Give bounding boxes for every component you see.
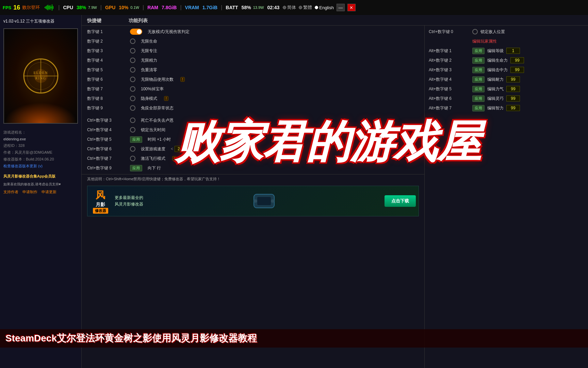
- lang-dot-english: [315, 6, 318, 9]
- svg-rect-8: [257, 197, 271, 205]
- speed-right[interactable]: >: [188, 147, 190, 151]
- edit-val-a5[interactable]: 99: [506, 86, 520, 92]
- edit-player-link[interactable]: 编辑玩家属性: [472, 39, 497, 44]
- cheat-name-5: 负重清零: [141, 67, 157, 73]
- right-key-a5: Alt+数字键 5: [429, 86, 470, 92]
- submit-update-link[interactable]: 申请更新: [42, 189, 56, 195]
- edit-val-a1[interactable]: 1: [506, 48, 520, 54]
- apply-a7[interactable]: 应用: [472, 105, 485, 111]
- list-item: 数字键 6 无限物品使用次数 !: [82, 75, 424, 84]
- toggle-c7[interactable]: [130, 156, 135, 161]
- edit-val-a2[interactable]: 99: [510, 57, 524, 63]
- right-name-a7: 编辑智力: [487, 105, 504, 111]
- edit-val-a7[interactable]: 99: [506, 105, 520, 111]
- apply-c9[interactable]: 应用: [130, 165, 142, 171]
- svg-text:RING: RING: [35, 76, 46, 80]
- lang-english[interactable]: English: [315, 5, 334, 10]
- list-item: 数字键 5 负重清零: [82, 65, 424, 75]
- minimize-button[interactable]: —: [337, 4, 345, 11]
- cheat-key-9: 数字键 9: [87, 105, 125, 111]
- radio-c0[interactable]: [472, 29, 478, 34]
- list-item: Alt+数字键 2 应用 编辑生命力 99: [425, 56, 588, 65]
- sidebar-info: 游戏进程名： eldenring.exe 进程ID：328 作者：风灵月影@3D…: [3, 129, 78, 170]
- apply-a1[interactable]: 应用: [472, 48, 485, 54]
- list-item: Ctrl+数字键 7 激活飞行模式 !: [82, 154, 424, 163]
- support-link[interactable]: 支持作者: [3, 189, 18, 195]
- speed-left[interactable]: <: [171, 147, 173, 151]
- cheat-key-2: 数字键 2: [87, 39, 125, 44]
- toggle-3[interactable]: [130, 48, 135, 53]
- toggle-6[interactable]: [130, 77, 135, 82]
- toggle-c4[interactable]: [130, 127, 135, 133]
- cheat-name-7: 100%掉宝率: [141, 86, 164, 92]
- toggle-2[interactable]: [130, 39, 135, 44]
- cheat-key-c9: Ctrl+数字键 9: [87, 165, 125, 171]
- toggle-1[interactable]: [130, 29, 142, 35]
- cpu-w: 7.9W: [88, 5, 97, 10]
- lang-dot-simplified: [283, 6, 286, 9]
- list-item: 数字键 4 无限精力: [82, 56, 424, 65]
- cheat-key-6: 数字键 6: [87, 77, 125, 82]
- right-name-a6: 编辑灵巧: [487, 96, 504, 102]
- apply-c5[interactable]: 应用: [130, 136, 142, 143]
- cheat-key-c4: Ctrl+数字键 4: [87, 127, 125, 133]
- process-val: eldenring.exe: [3, 137, 26, 141]
- edit-val-a6[interactable]: 99: [506, 95, 520, 102]
- apply-a2[interactable]: 应用: [472, 57, 485, 64]
- gpu-pct: 10%: [119, 5, 128, 10]
- right-cheats: Ctrl+数字键 0 锁定敌人位置 编辑玩家属性 Alt+数字键 1 应用 编辑…: [425, 26, 588, 368]
- toggle-7[interactable]: [130, 86, 135, 92]
- submit-prod-link[interactable]: 申请制作: [22, 189, 37, 195]
- svg-point-9: [254, 199, 257, 203]
- edit-val-a3[interactable]: 99: [510, 67, 524, 73]
- banner-text1: 更多最新最全的: [115, 195, 143, 201]
- time-display: 02:43: [267, 5, 279, 10]
- lang-traditional-label: 繁體: [303, 4, 312, 11]
- toggle-4[interactable]: [130, 58, 135, 63]
- banner-text2: 风灵月影修改器: [115, 201, 143, 208]
- membership-title: 风灵月影修改器合集App会员版: [3, 174, 78, 179]
- gpu-w: 0.1W: [130, 5, 139, 10]
- apply-a6[interactable]: 应用: [472, 95, 485, 102]
- toggle-9[interactable]: [130, 105, 135, 111]
- edit-val-a4[interactable]: 99: [506, 76, 520, 82]
- speed-control: < 2.5 >: [171, 146, 190, 152]
- right-name-a3: 编辑击中力: [487, 67, 508, 73]
- version-label: v1.02-v1.12 三十五项修改器: [3, 19, 54, 24]
- list-item: Alt+数字键 4 应用 编辑耐力 99: [425, 75, 588, 84]
- left-cheats: 数字键 1 无敌模式/无视伤害判定 数字键 2 无限生命 数字键 3: [82, 26, 425, 368]
- toggle-c3[interactable]: [130, 118, 135, 123]
- modifier-tag: 修改器: [93, 208, 108, 214]
- list-item: Alt+数字键 5 应用 编辑力气 99: [425, 84, 588, 94]
- cheat-key-c7: Ctrl+数字键 7: [87, 156, 125, 162]
- apply-a4[interactable]: 应用: [472, 76, 485, 83]
- sep5: |: [221, 4, 222, 11]
- toggle-c6[interactable]: [130, 146, 135, 152]
- apply-a5[interactable]: 应用: [472, 86, 485, 92]
- cheat-key-1: 数字键 1: [87, 29, 125, 35]
- lang-simplified[interactable]: 简体: [283, 4, 296, 11]
- check-update-link[interactable]: 检查修改器版本更新 (v): [3, 164, 43, 168]
- cheat-name-c9: 向下 行: [148, 165, 161, 171]
- bottom-note: 其他说明：Ctrl+Shift+Home禁用/启用快捷键；免费修改器，希望玩家广…: [87, 177, 419, 182]
- app-title: v1.02-v1.12 三十五项修改器: [3, 18, 78, 24]
- apply-a3[interactable]: 应用: [472, 67, 485, 73]
- badge-8: !: [164, 96, 168, 101]
- cheat-name-c7: 激活飞行模式: [141, 156, 165, 162]
- close-button[interactable]: ✕: [347, 4, 356, 11]
- list-item: Ctrl+数字键 3 死亡不会失去卢恩: [82, 116, 424, 125]
- cpu-pct: 38%: [77, 5, 86, 10]
- lang-traditional[interactable]: 繁體: [299, 4, 312, 11]
- list-item: Alt+数字键 7 应用 编辑智力 99: [425, 103, 588, 113]
- list-item: Ctrl+数字键 9 应用 向下 行: [82, 163, 424, 173]
- vram-label: VRAM: [185, 5, 199, 10]
- game-cover: ELDEN RING: [3, 28, 78, 124]
- toggle-5[interactable]: [130, 67, 135, 73]
- ram-label: RAM: [147, 5, 158, 10]
- cheat-name-4: 无限精力: [141, 58, 157, 63]
- cheat-key-3: 数字键 3: [87, 48, 125, 54]
- toggle-8[interactable]: [130, 96, 135, 101]
- download-button[interactable]: 点击下载: [385, 195, 416, 207]
- list-item: Ctrl+数字键 5 应用 时间 +1 小时: [82, 135, 424, 144]
- sidebar: v1.02-v1.12 三十五项修改器 ELDEN RING: [0, 15, 82, 368]
